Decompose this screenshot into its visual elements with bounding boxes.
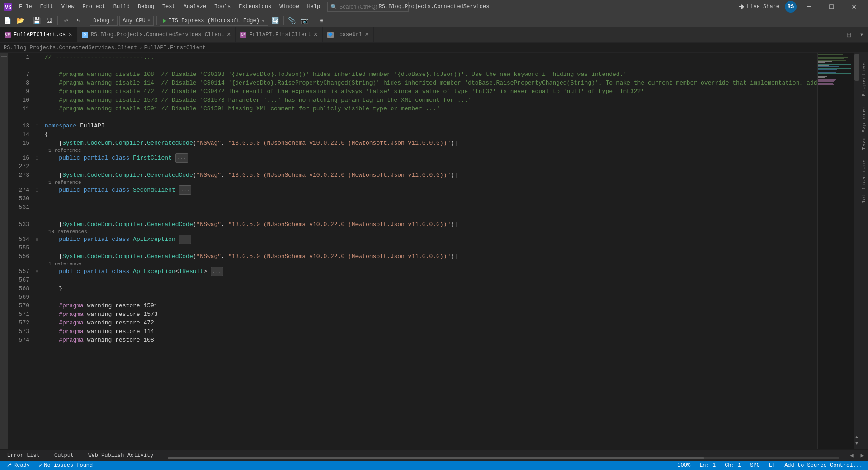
run-button[interactable]: ▶ IIS Express (Microsoft Edge) ▾ <box>160 16 268 26</box>
user-avatar[interactable]: RS <box>785 1 797 13</box>
breadcrumb-class[interactable]: FullAPI.FirstClient <box>144 45 206 51</box>
tab-controls: ⊞ ▾ <box>843 27 868 42</box>
code-line-572: #pragma warning restore 472 <box>45 319 817 327</box>
code-line-555 <box>45 244 817 252</box>
save-all-btn[interactable]: 🖫 <box>44 15 55 26</box>
line-num-7: 7 <box>8 70 29 79</box>
output-tab[interactable]: Output <box>51 451 77 461</box>
platform-dropdown[interactable]: Any CPU ▾ <box>119 16 154 26</box>
gutter-16[interactable]: ⊟ <box>33 154 41 162</box>
gutter-272 <box>33 162 41 171</box>
notifications-label[interactable]: Notifications <box>861 159 867 204</box>
gutter-273 <box>33 171 41 179</box>
screenshot-btn[interactable]: 📷 <box>299 15 310 26</box>
breadcrumb-project[interactable]: RS.Blog.Projects.ConnectedServices.Clien… <box>4 45 137 51</box>
new-tab-btn[interactable]: ⊞ <box>843 27 855 42</box>
team-explorer-label[interactable]: Team Explorer <box>861 105 867 150</box>
more-btn[interactable]: ⊞ <box>316 15 327 26</box>
check-icon: ✓ <box>39 462 42 469</box>
toolbar-sep-3 <box>87 16 87 25</box>
spaces-indicator[interactable]: SPC <box>748 462 762 469</box>
new-project-btn[interactable]: 📄 <box>2 15 13 26</box>
menu-file[interactable]: File <box>15 2 36 12</box>
horizontal-scrollbar[interactable] <box>168 457 839 459</box>
error-list-tab[interactable]: Error List <box>4 451 43 461</box>
tab-overflow-btn[interactable]: ▾ <box>855 27 868 42</box>
tab-close-first-client[interactable]: × <box>314 32 317 38</box>
tab-bar: C# FullAPIClient.cs × ⚙ RS.Blog.Projects… <box>0 27 868 43</box>
tab-close-fullapi[interactable]: × <box>68 32 72 38</box>
col-indicator[interactable]: Ch: 1 <box>723 462 743 469</box>
tab-first-client[interactable]: C# FullAPI.FirstClient × <box>236 27 322 42</box>
attach-btn[interactable]: 📎 <box>287 15 297 26</box>
scroll-left-btn[interactable]: ◀ <box>849 451 853 459</box>
code-line-16: public partial class FirstClient ... <box>45 154 817 162</box>
web-publish-tab[interactable]: Web Publish Activity <box>85 451 157 461</box>
gutter-ref1 <box>33 147 41 154</box>
line-indicator[interactable]: Ln: 1 <box>698 462 717 469</box>
collapsed-second-client[interactable]: ... <box>179 185 192 195</box>
menu-build[interactable]: Build <box>110 2 133 12</box>
tab-base-url[interactable]: 🔷 _baseUrl × <box>323 27 374 42</box>
gutter-274[interactable]: ⊟ <box>33 186 41 194</box>
menu-tools[interactable]: Tools <box>211 2 234 12</box>
open-btn[interactable]: 📂 <box>14 15 25 26</box>
breadcrumb: RS.Blog.Projects.ConnectedServices.Clien… <box>0 43 868 53</box>
tab-close-rs-blog[interactable]: × <box>227 32 231 38</box>
close-button[interactable]: ✕ <box>844 0 864 14</box>
menu-view[interactable]: View <box>58 2 78 12</box>
scrollbar-thumb[interactable] <box>854 54 859 81</box>
line-ending[interactable]: LF <box>767 462 777 469</box>
config-dropdown[interactable]: Debug ▾ <box>90 16 118 26</box>
tab-close-base-url[interactable]: × <box>365 32 368 38</box>
svg-text:VS: VS <box>5 5 11 11</box>
title-bar: VS File Edit View Project Build Debug Te… <box>0 0 868 14</box>
h-scroll-thumb[interactable] <box>168 457 704 459</box>
live-share-button[interactable]: Live Share <box>734 2 783 11</box>
gutter-557[interactable]: ⊟ <box>33 267 41 276</box>
line-num-ref1 <box>8 147 29 154</box>
ref-hint-2: 1 reference <box>45 179 817 186</box>
save-btn[interactable]: 💾 <box>31 15 42 26</box>
gutter-ref2 <box>33 179 41 186</box>
gutter-ref3 <box>33 229 41 235</box>
tab-rs-blog[interactable]: ⚙ RS.Blog.Projects.ConnectedServices.Cli… <box>77 27 236 42</box>
menu-analyze[interactable]: Analyze <box>180 2 210 12</box>
scroll-up-btn[interactable]: ▲ <box>854 434 860 440</box>
gutter-534[interactable]: ⊟ <box>33 235 41 244</box>
title-bar-right: Live Share RS ─ □ ✕ <box>734 0 864 14</box>
collapsed-api-exception[interactable]: ... <box>179 235 192 244</box>
tab-fullapi-client[interactable]: C# FullAPIClient.cs × <box>0 27 77 42</box>
menu-window[interactable]: Window <box>276 2 302 12</box>
menu-project[interactable]: Project <box>79 2 108 12</box>
line-num-556: 556 <box>8 252 29 261</box>
source-control[interactable]: Add to Source Control... <box>783 462 864 469</box>
menu-test[interactable]: Test <box>159 2 179 12</box>
collapsed-api-exception-t[interactable]: ... <box>211 267 223 276</box>
menu-edit[interactable]: Edit <box>37 2 57 12</box>
undo-btn[interactable]: ↩ <box>61 15 71 26</box>
minimize-button[interactable]: ─ <box>798 0 819 14</box>
line-num-16: 16 <box>8 154 29 162</box>
line-numbers: 1 7 8 9 10 11 13 14 15 16 272 273 274 53… <box>8 53 33 449</box>
git-branch[interactable]: ⎇ Ready <box>4 462 32 469</box>
no-issues-indicator[interactable]: ✓ No issues found <box>37 462 94 469</box>
toolbar-sep-6 <box>313 16 313 25</box>
refresh-btn[interactable]: 🔄 <box>270 15 281 26</box>
vertical-scrollbar[interactable]: ▲ ▼ <box>854 53 860 449</box>
scroll-down-btn[interactable]: ▼ <box>854 440 860 446</box>
scroll-right-btn[interactable]: ▶ <box>861 451 864 459</box>
line-num-531: 531 <box>8 203 29 212</box>
attr-icon: 🔷 <box>327 32 334 38</box>
code-content[interactable]: // -------------------------... #pragma … <box>41 53 817 449</box>
zoom-level[interactable]: 100% <box>675 462 692 469</box>
menu-debug[interactable]: Debug <box>134 2 158 12</box>
maximize-button[interactable]: □ <box>821 0 842 14</box>
line-num-blank3 <box>8 212 29 220</box>
ch-text: Ch: 1 <box>725 462 741 469</box>
properties-panel-label[interactable]: Properties <box>861 62 867 96</box>
menu-extensions[interactable]: Extensions <box>235 2 275 12</box>
redo-btn[interactable]: ↪ <box>73 15 84 26</box>
menu-help[interactable]: Help <box>303 2 324 12</box>
collapsed-first-client[interactable]: ... <box>175 153 188 163</box>
